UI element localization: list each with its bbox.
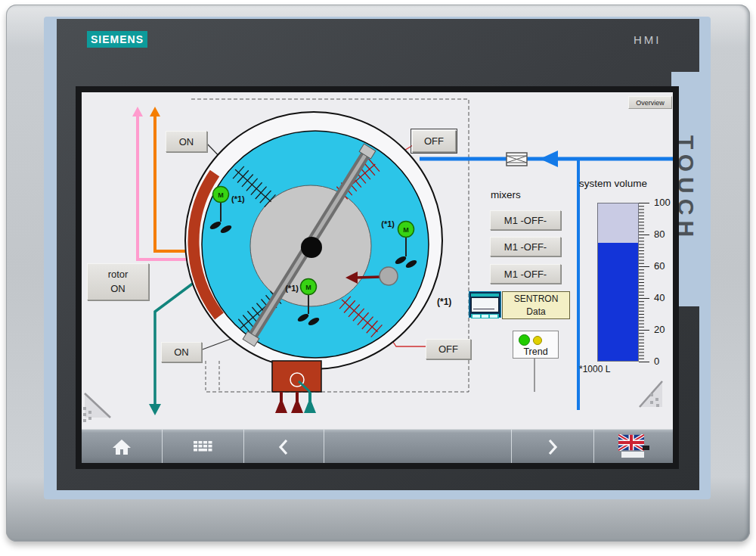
scraper-off-button-bottom[interactable]: OFF <box>426 339 471 359</box>
volume-tick-label: 100 <box>654 197 673 209</box>
system-volume-bar <box>597 203 639 362</box>
direct-key-navbar <box>82 429 673 463</box>
chevron-right-icon <box>547 439 559 455</box>
sentron-data-button[interactable]: SENTRON Data <box>502 291 570 319</box>
pump-housing <box>272 361 321 392</box>
nav-back-button[interactable] <box>244 430 324 463</box>
pink-feed-line <box>132 107 190 259</box>
system-volume-fill <box>598 243 638 361</box>
scraper-on-button-bottom[interactable]: ON <box>161 342 202 362</box>
svg-text:M: M <box>305 284 311 291</box>
mixer-button-3[interactable]: M1 -OFF- <box>490 264 561 284</box>
siemens-logo: SIEMENS <box>87 31 147 48</box>
nav-home-button[interactable] <box>82 430 163 463</box>
rotor-button-line1: rotor <box>108 268 129 282</box>
sentron-button-line2: Data <box>526 306 545 318</box>
sentron-device-icon <box>469 291 501 318</box>
green-indicator-led <box>519 334 530 346</box>
volume-tick-label: 40 <box>654 292 673 304</box>
display-screen: (*1) (*1) (*1) M M M <box>82 92 673 463</box>
rotor-on-button[interactable]: rotor ON <box>87 263 149 300</box>
sentron-note: (*1) <box>437 297 451 307</box>
page-curl-bottom-right[interactable] <box>640 381 662 407</box>
svg-text:M: M <box>218 191 224 199</box>
center-hub <box>301 237 322 258</box>
overview-button[interactable]: Overview <box>628 96 672 109</box>
nav-language-button[interactable] <box>594 430 673 463</box>
page-curl-bottom-left[interactable] <box>83 393 110 422</box>
inline-valve-symbol <box>507 153 527 166</box>
motor-note-3: (*1) <box>285 284 299 293</box>
mixer-button-2[interactable]: M1 -OFF- <box>490 237 561 256</box>
trend-button-label: Trend <box>513 346 558 357</box>
keyboard-icon <box>193 440 212 454</box>
volume-tick-label: 20 <box>654 324 673 336</box>
volume-unit-label: *1000 L <box>579 364 610 374</box>
hmi-touch-panel: SIEMENS HMI TOUCH <box>0 0 756 556</box>
motor-note-1: (*1) <box>231 194 245 203</box>
home-icon <box>112 438 132 456</box>
language-label-area <box>621 452 644 458</box>
chevron-left-icon <box>277 439 290 455</box>
rotor-button-line2: ON <box>110 282 125 297</box>
volume-tick-label: 0 <box>654 356 673 368</box>
sentron-device-header <box>471 294 499 297</box>
dashed-pump-lines <box>206 361 219 392</box>
pump-outlet-pipes <box>275 392 316 413</box>
nav-forward-button[interactable] <box>512 430 593 463</box>
trend-button[interactable]: Trend <box>513 331 559 359</box>
volume-tick-label: 60 <box>654 260 673 272</box>
sentron-device-screen <box>471 297 499 312</box>
svg-text:M: M <box>403 226 409 234</box>
uk-flag-icon <box>618 434 644 451</box>
yellow-indicator-led <box>533 336 542 345</box>
sentron-button-line1: SENTRON <box>514 293 559 305</box>
volume-scale-ticks <box>639 202 652 362</box>
nav-spacer <box>324 430 512 463</box>
nav-keyboard-button[interactable] <box>163 430 243 463</box>
hmi-model-label: HMI <box>634 33 662 46</box>
motor-note-2: (*1) <box>381 219 395 228</box>
system-volume-title: system volume <box>579 178 647 189</box>
scraper-off-button-top[interactable]: OFF <box>412 130 456 152</box>
language-flag-marker <box>643 446 649 450</box>
volume-tick-label: 80 <box>654 228 673 241</box>
mixer-button-1[interactable]: M1 -OFF- <box>490 210 561 230</box>
scraper-on-button-top[interactable]: ON <box>166 131 207 152</box>
sentron-device-keys <box>471 314 499 318</box>
mixers-section-label: mixers <box>491 189 521 200</box>
